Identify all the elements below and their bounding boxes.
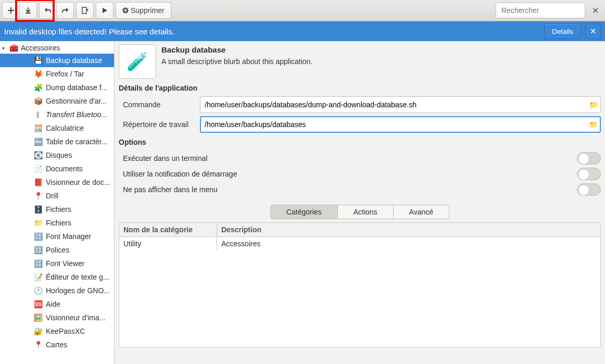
sidebar-item-label: Font Manager <box>46 232 91 241</box>
sidebar-item-label: Font Viewer <box>46 259 84 268</box>
opt-hide-switch[interactable] <box>577 183 601 196</box>
app-item-icon: 📦 <box>33 96 43 106</box>
revert-button[interactable] <box>76 2 94 19</box>
category-accessoires[interactable]: ▾ 🧰 Accessoires <box>0 42 114 54</box>
opt-notify-label: Utiliser la notification de démarrage <box>123 170 577 178</box>
sidebar-item-label: Backup database <box>46 56 102 65</box>
app-item-icon: 🔠 <box>33 259 43 268</box>
category-label: Accessoires <box>21 44 60 52</box>
opt-terminal-switch[interactable] <box>577 152 601 165</box>
col-description[interactable]: Description <box>217 223 600 236</box>
app-item-icon: 🆘 <box>33 299 43 309</box>
sidebar-item-label: Horloges de GNO... <box>46 286 110 295</box>
sidebar-item[interactable]: 🔐KeePassXC <box>0 324 114 338</box>
app-item-icon: 🦊 <box>33 69 43 79</box>
sidebar-item[interactable]: 🧮Calculatrice <box>0 121 114 135</box>
tab-advanced[interactable]: Avancé <box>394 205 449 219</box>
sidebar-item[interactable]: 🗄️Fichiers <box>0 203 114 216</box>
sidebar-item[interactable]: 📦Gestionnaire d'ar... <box>0 94 114 108</box>
search-input[interactable] <box>501 6 593 15</box>
redo-button[interactable] <box>56 2 74 19</box>
sidebar-item-label: Fichiers <box>46 205 71 214</box>
sidebar-item[interactable]: 📁Fichiers <box>0 216 114 230</box>
sidebar-item[interactable]: 💽Disques <box>0 148 114 162</box>
sidebar-item[interactable]: 📍Drill <box>0 189 114 203</box>
sidebar-item[interactable]: 🆘Aide <box>0 297 114 311</box>
warning-banner: Invalid desktop files detected! Please s… <box>0 21 605 41</box>
command-label: Commande <box>119 101 200 109</box>
sidebar-item-label: Cartes <box>46 341 67 349</box>
workdir-field-wrap[interactable]: 📁 <box>200 116 601 133</box>
svg-rect-0 <box>82 7 86 14</box>
banner-message: Invalid desktop files detected! Please s… <box>4 27 174 36</box>
workdir-label: Répertoire de travail <box>119 120 200 129</box>
sidebar-item-label: Documents <box>46 165 83 173</box>
opt-hide-label: Ne pas afficher dans le menu <box>123 185 577 194</box>
sidebar-item-label: Dump database f... <box>46 83 107 92</box>
sidebar-item[interactable]: ᛒTransfert Bluetoo... <box>0 108 114 121</box>
sidebar-item[interactable]: 🕐Horloges de GNO... <box>0 284 114 297</box>
app-item-icon: 🔠 <box>33 245 43 255</box>
detail-pane: 🧪 Backup database A small descriptive bl… <box>115 41 605 364</box>
section-details: Détails de l'application <box>119 84 601 92</box>
command-field-wrap[interactable]: 📁 <box>200 96 601 113</box>
col-category-name[interactable]: Nom de la catégorie <box>119 223 217 236</box>
delete-button[interactable]: Supprimer <box>116 2 171 19</box>
sidebar-item[interactable]: 🧩Dump database f... <box>0 81 114 94</box>
opt-terminal-label: Exécuter dans un terminal <box>123 154 577 162</box>
table-row[interactable]: Utility Accessoires <box>119 237 600 250</box>
sidebar-item[interactable]: 📝Éditeur de texte g... <box>0 270 114 284</box>
workdir-input[interactable] <box>205 120 588 129</box>
close-search-button[interactable]: ✕ <box>587 3 603 18</box>
command-input[interactable] <box>205 101 588 109</box>
sidebar-item-label: Fichiers <box>46 219 71 227</box>
sidebar-item[interactable]: 🦊Firefox / Tar <box>0 67 114 81</box>
sidebar-item-label: Firefox / Tar <box>46 70 84 78</box>
run-button[interactable] <box>96 2 114 19</box>
toolbar: Supprimer ✕ <box>0 0 605 21</box>
tab-actions[interactable]: Actions <box>338 205 394 219</box>
sidebar-item[interactable]: 🔤Table de caractèr... <box>0 135 114 148</box>
tab-categories[interactable]: Catégories <box>271 205 338 219</box>
app-item-icon: 💾 <box>33 56 43 65</box>
workdir-browse-button[interactable]: 📁 <box>588 119 598 130</box>
app-item-icon: 📍 <box>33 191 43 200</box>
categories-table: Nom de la catégorie Description Utility … <box>119 222 601 347</box>
app-item-icon: 🧮 <box>33 123 43 133</box>
app-item-icon: 🖼️ <box>33 313 43 322</box>
search-input-wrap[interactable] <box>496 3 585 18</box>
cell-desc: Accessoires <box>217 237 600 250</box>
sidebar-item[interactable]: 📍Cartes <box>0 338 114 352</box>
app-icon: 🧪 <box>119 44 156 79</box>
new-button[interactable] <box>2 2 20 19</box>
delete-label: Supprimer <box>131 6 165 15</box>
app-item-icon: 📄 <box>33 164 43 173</box>
sidebar-item-label: Éditeur de texte g... <box>46 273 109 281</box>
expand-icon: ▾ <box>2 45 8 51</box>
app-item-icon: ᛒ <box>33 110 43 119</box>
category-icon: 🧰 <box>8 43 19 53</box>
sidebar-item[interactable]: 📕Visionneur de doc... <box>0 175 114 189</box>
sidebar-item[interactable]: 🔠Font Manager <box>0 230 114 243</box>
sidebar-item[interactable]: 🔠Polices <box>0 243 114 257</box>
sidebar-item-label: KeePassXC <box>46 327 85 335</box>
app-item-icon: 💽 <box>33 150 43 160</box>
app-item-icon: 🔠 <box>33 232 43 241</box>
app-item-icon: 🕐 <box>33 286 43 295</box>
command-browse-button[interactable]: 📁 <box>588 99 598 110</box>
save-button[interactable] <box>19 2 37 19</box>
opt-notify-switch[interactable] <box>577 168 601 180</box>
banner-details-button[interactable]: Details <box>544 23 581 39</box>
sidebar-item[interactable]: 📄Documents <box>0 162 114 175</box>
undo-button[interactable] <box>39 2 57 19</box>
app-item-icon: 🔐 <box>33 327 43 336</box>
sidebar-item-label: Visionneur de doc... <box>46 178 110 186</box>
sidebar-item-label: Calculatrice <box>46 124 84 132</box>
sidebar-item[interactable]: 🖼️Visionneur d'ima... <box>0 311 114 324</box>
app-item-icon: 📕 <box>33 178 43 187</box>
banner-close-button[interactable]: ✕ <box>585 23 601 39</box>
sidebar-item[interactable]: 💾Backup database <box>0 54 114 67</box>
app-description: A small descriptive blurb about this app… <box>161 57 312 66</box>
sidebar-item-label: Transfert Bluetoo... <box>46 110 107 119</box>
sidebar-item[interactable]: 🔠Font Viewer <box>0 257 114 270</box>
